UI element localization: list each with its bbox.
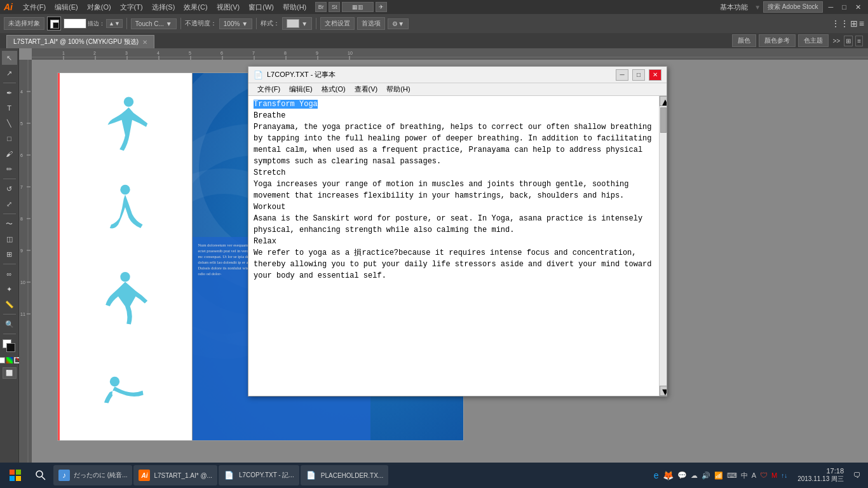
firefox-icon[interactable]: 🦊	[663, 470, 674, 480]
ime-en-tray[interactable]: A	[752, 471, 756, 479]
color-panel-btn[interactable]: 颜色	[732, 34, 756, 47]
pencil-tool[interactable]: ✏	[2, 162, 17, 176]
preferences-btn[interactable]: 首选项	[357, 17, 385, 30]
panel-expand-icon[interactable]: >>	[831, 36, 841, 46]
notepad-menu-format[interactable]: 格式(O)	[318, 84, 349, 95]
zoom-tool[interactable]: 🔍	[2, 317, 17, 331]
taskbar-app-illustrator[interactable]: Ai L7START_1.AI* @...	[133, 465, 217, 485]
scroll-up-btn[interactable]: ▲	[660, 96, 667, 106]
notepad-close-btn[interactable]: ✕	[649, 69, 661, 81]
workspace-selector[interactable]: 基本功能	[716, 1, 752, 13]
measure-tool[interactable]: 📏	[2, 297, 17, 311]
tab-close-btn[interactable]: ✕	[142, 39, 147, 46]
security-icon[interactable]: 🛡	[760, 471, 768, 480]
color-theme-panel-btn[interactable]: 色主题	[798, 34, 829, 47]
ime-cn-tray[interactable]: 中	[741, 471, 748, 480]
notepad-menu-view[interactable]: 查看(V)	[351, 84, 382, 95]
close-app-icon[interactable]: ✕	[852, 2, 864, 13]
line-tool[interactable]: ╲	[2, 116, 17, 130]
msg-icon[interactable]: 💬	[677, 471, 687, 480]
main-toolbar: 未选择对象 描边： ▲▼ Touch C... ▼ 不透明度： 100% ▼ 样…	[0, 14, 868, 33]
menu-edit[interactable]: 编辑(E)	[51, 1, 82, 13]
scroll-down-btn[interactable]: ▼	[660, 386, 667, 396]
update-icon[interactable]: ↑↓	[781, 472, 787, 479]
cloud-icon[interactable]: ☁	[691, 471, 698, 480]
menu-file[interactable]: 文件(F)	[19, 1, 50, 13]
shape-tool[interactable]: □	[2, 132, 17, 146]
document-tab[interactable]: L7START_1.AI* @ 100% (CMYK/GPU 预选) ✕	[6, 35, 154, 48]
notification-btn[interactable]: 🗨	[849, 465, 865, 485]
maximize-icon[interactable]: □	[839, 2, 850, 12]
selection-tool[interactable]: ↖	[2, 51, 17, 65]
menu-effect[interactable]: 效果(C)	[180, 1, 211, 13]
rotate-tool[interactable]: ↺	[2, 182, 17, 196]
start-button[interactable]	[3, 465, 28, 485]
panel-icon[interactable]: ⊞	[850, 18, 858, 29]
search-stock-btn[interactable]: 搜索 Adobe Stock	[763, 1, 822, 13]
gradient-tool[interactable]: ◫	[2, 232, 17, 246]
mesh-tool[interactable]: ⊞	[2, 247, 17, 261]
panel-options-icon[interactable]: ⊞	[844, 36, 853, 46]
fill-stroke-swatches[interactable]	[3, 339, 17, 353]
doc-settings-btn[interactable]: 文档设置	[320, 17, 355, 30]
share-icon[interactable]: ✈	[376, 2, 387, 12]
scroll-thumb[interactable]	[660, 107, 667, 133]
gradient-swatch[interactable]	[6, 357, 13, 363]
speaker-icon[interactable]: 🔊	[702, 471, 710, 480]
ie-icon[interactable]: e	[654, 470, 659, 480]
stroke-width-box[interactable]	[64, 18, 86, 29]
menu-text[interactable]: 文字(T)	[116, 1, 147, 13]
notepad-menu-file[interactable]: 文件(F)	[254, 84, 284, 95]
stroke-input[interactable]: ▲▼	[106, 19, 123, 28]
fill-color-swatch[interactable]	[47, 17, 61, 30]
notepad-text-area[interactable]: Transform Yoga BreathePranayama, the yog…	[248, 96, 659, 396]
notepad-menu-help[interactable]: 帮助(H)	[383, 84, 414, 95]
screen-mode-btn[interactable]: ⬜	[3, 367, 17, 379]
menu-window[interactable]: 窗口(W)	[245, 1, 278, 13]
taskbar-clock[interactable]: 17:18 2013.11.13 周三	[794, 467, 848, 484]
menu-help[interactable]: 帮助(H)	[279, 1, 310, 13]
color-guide-panel-btn[interactable]: 颜色参考	[759, 34, 796, 47]
placeholder-app-icon: 📄	[306, 470, 317, 481]
paintbrush-tool[interactable]: 🖌	[2, 147, 17, 161]
keyboard-icon[interactable]: ⌨	[727, 471, 737, 480]
panel-buttons-group: 颜色 颜色参考 色主题 >> ⊞ ≡	[727, 33, 868, 48]
notepad-scrollbar[interactable]: ▲ ▼	[659, 96, 667, 396]
svg-text:8: 8	[284, 51, 287, 55]
svg-rect-45	[16, 476, 21, 481]
opacity-input[interactable]: 100% ▼	[219, 18, 252, 29]
taskbar-search-btn[interactable]	[29, 465, 52, 485]
pen-tool[interactable]: ✒	[2, 86, 17, 100]
taskbar-app-notepad[interactable]: 📄 L7COPY.TXT - 記...	[219, 465, 299, 485]
notepad-minimize-btn[interactable]: ─	[616, 69, 628, 81]
svg-text:5: 5	[20, 121, 23, 126]
touch-selector[interactable]: Touch C... ▼	[131, 18, 177, 29]
style-selector[interactable]: ▼	[282, 17, 312, 30]
arrange-icon[interactable]: ⋮⋮	[831, 18, 849, 29]
menu-icon[interactable]: ≡	[859, 18, 864, 29]
bridge-icon[interactable]: Br	[315, 2, 327, 12]
direct-selection-tool[interactable]: ↗	[2, 66, 17, 80]
none-color-icon[interactable]	[0, 357, 5, 363]
notepad-menu-edit[interactable]: 编辑(E)	[285, 84, 316, 95]
taskbar-app-placeholder[interactable]: 📄 PLACEHOLDER.TX...	[301, 465, 388, 485]
taskbar-app-music[interactable]: ♪ だったのに (純音...	[53, 465, 132, 485]
svg-text:9: 9	[20, 248, 23, 253]
notepad-maximize-btn[interactable]: □	[632, 69, 645, 81]
type-tool[interactable]: T	[2, 101, 17, 115]
menu-object[interactable]: 对象(O)	[83, 1, 115, 13]
warp-tool[interactable]: 〜	[2, 217, 17, 231]
view-toggle[interactable]: ▦▥	[342, 2, 374, 12]
network-icon[interactable]: 📶	[714, 471, 723, 480]
notepad-menubar: 文件(F) 编辑(E) 格式(O) 查看(V) 帮助(H)	[248, 83, 667, 96]
action-btn[interactable]: ⚙▼	[388, 18, 409, 29]
antivirus-icon[interactable]: M	[771, 471, 777, 479]
eyedropper-tool[interactable]: ✦	[2, 282, 17, 296]
stock-icon[interactable]: St	[329, 2, 340, 12]
scale-tool[interactable]: ⤢	[2, 197, 17, 211]
menu-select[interactable]: 选择(S)	[148, 1, 179, 13]
minimize-icon[interactable]: ─	[825, 2, 837, 12]
panel-menu-icon[interactable]: ≡	[855, 36, 863, 46]
blend-tool[interactable]: ∞	[2, 267, 17, 281]
menu-view[interactable]: 视图(V)	[213, 1, 244, 13]
